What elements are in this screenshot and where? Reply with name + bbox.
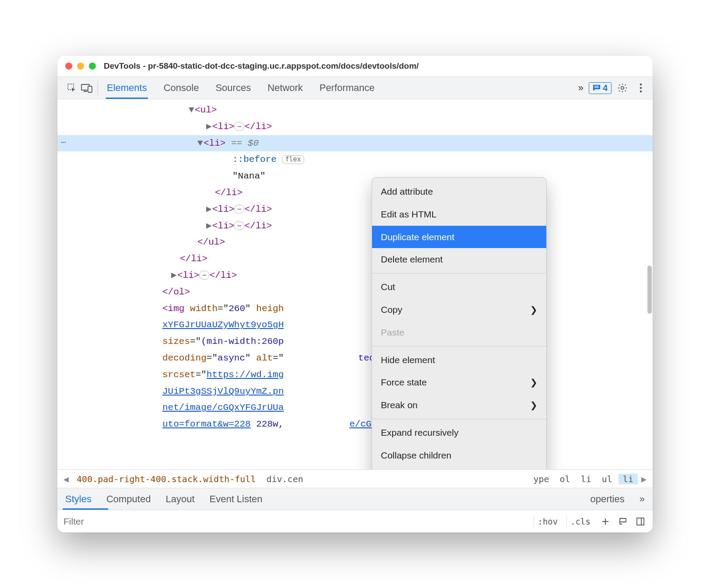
breadcrumb-item[interactable]: ol	[555, 474, 575, 484]
dom-tag: </li>	[180, 254, 207, 264]
filter-input[interactable]	[63, 516, 528, 527]
window-title: DevTools - pr-5840-static-dot-dcc-stagin…	[104, 61, 419, 71]
window-controls	[65, 63, 96, 70]
subtab-computed[interactable]: Computed	[106, 494, 151, 505]
device-toolbar-icon[interactable]	[79, 80, 94, 95]
titlebar[interactable]: DevTools - pr-5840-static-dot-dcc-stagin…	[57, 56, 653, 77]
maximize-window-button[interactable]	[89, 63, 96, 70]
context-menu: Add attribute Edit as HTML Duplicate ele…	[372, 177, 547, 469]
breadcrumb-scroll-right-icon[interactable]: ▶	[640, 474, 648, 484]
breadcrumb-item[interactable]: ul	[598, 474, 617, 484]
ellipsis-badge[interactable]: ⋯	[234, 205, 244, 214]
svg-point-4	[640, 84, 642, 86]
submenu-arrow-icon: ❯	[530, 302, 538, 318]
menu-collapse-children[interactable]: Collapse children	[372, 444, 546, 467]
svg-rect-7	[637, 518, 644, 525]
img-element[interactable]: <img width="260" heigh ix.net/image/cGQ	[57, 301, 653, 317]
dom-tag: </li>	[244, 221, 272, 231]
menu-separator	[372, 346, 546, 346]
pseudo-element[interactable]: ::before	[232, 154, 277, 164]
divider	[98, 81, 98, 95]
breadcrumb-item[interactable]: ype	[529, 474, 553, 484]
breadcrumb-item[interactable]: li	[576, 474, 596, 484]
elements-tree[interactable]: ▼<ul> ▶<li>⋯</li> ⋯ ▼<li> == $0 ::before…	[57, 99, 653, 469]
scrollbar[interactable]	[647, 266, 652, 314]
more-menu-icon[interactable]	[633, 80, 648, 95]
menu-duplicate-element[interactable]: Duplicate element	[372, 226, 546, 248]
menu-force-state[interactable]: Force state❯	[372, 371, 546, 394]
cls-toggle[interactable]: .cls	[566, 516, 594, 527]
subtab-layout[interactable]: Layout	[165, 494, 194, 505]
messages-count: 4	[603, 83, 608, 93]
chat-icon	[593, 84, 601, 91]
menu-edit-as-html[interactable]: Edit as HTML	[372, 203, 546, 226]
theme-brush-icon[interactable]	[617, 517, 629, 526]
tab-console[interactable]: Console	[163, 77, 200, 99]
dom-tag: <ul>	[195, 105, 217, 115]
hov-toggle[interactable]: :hov	[534, 516, 561, 527]
submenu-arrow-icon: ❯	[530, 397, 538, 413]
breadcrumb-item[interactable]: div.cen	[262, 474, 307, 484]
subtab-styles[interactable]: Styles	[65, 494, 91, 505]
dollar-zero: $0	[248, 138, 259, 148]
devtools-window: DevTools - pr-5840-static-dot-dcc-stagin…	[57, 56, 653, 532]
breadcrumb-item[interactable]: 400.pad-right-400.stack.width-full	[72, 474, 260, 484]
menu-cut[interactable]: Cut	[372, 276, 546, 298]
more-tabs-icon[interactable]: »	[576, 82, 585, 94]
svg-point-5	[640, 87, 642, 89]
tab-performance[interactable]: Performance	[319, 77, 376, 99]
breadcrumb-item-current[interactable]: li	[619, 474, 638, 484]
computed-toggle-icon[interactable]	[634, 517, 647, 526]
dom-tag[interactable]: <li>	[177, 270, 199, 280]
flex-badge[interactable]: flex	[282, 155, 304, 164]
menu-add-attribute[interactable]: Add attribute	[372, 180, 546, 203]
menu-delete-element[interactable]: Delete element	[372, 248, 546, 271]
menu-separator	[372, 419, 546, 419]
subtab-properties[interactable]: operties	[590, 494, 624, 505]
dom-tag[interactable]: <li>	[212, 122, 234, 132]
tab-sources[interactable]: Sources	[214, 77, 252, 99]
dom-tag[interactable]: <li>	[212, 221, 234, 231]
dom-tag[interactable]: <li>	[212, 204, 234, 214]
dom-tag: </li>	[215, 188, 243, 198]
dom-tag: <li>	[204, 138, 225, 148]
gutter-icon: ⋯	[61, 135, 67, 151]
panel-tabs: Elements Console Sources Network Perform…	[106, 77, 576, 99]
menu-separator	[372, 273, 546, 273]
dom-tag: </li>	[209, 270, 237, 280]
menu-expand-recursively[interactable]: Expand recursively	[372, 421, 546, 444]
messages-badge[interactable]: 4	[589, 82, 612, 94]
breadcrumb-scroll-left-icon[interactable]: ◀	[62, 474, 70, 484]
ellipsis-badge[interactable]: ⋯	[234, 221, 244, 230]
tab-network[interactable]: Network	[267, 77, 304, 99]
svg-point-6	[640, 91, 642, 93]
subtab-event-listeners[interactable]: Event Listen	[210, 494, 263, 505]
settings-icon[interactable]	[615, 80, 630, 95]
submenu-arrow-icon: ❯	[530, 374, 538, 390]
ellipsis-badge[interactable]: ⋯	[234, 122, 244, 131]
dom-tag: </li>	[244, 122, 272, 132]
dom-tag: </ol>	[162, 287, 190, 297]
svg-rect-2	[88, 86, 92, 92]
dom-tag: </li>	[244, 204, 272, 214]
inspect-element-icon[interactable]	[64, 80, 79, 95]
text-node[interactable]: "Nana"	[232, 171, 266, 181]
dom-tag: </ul>	[197, 237, 225, 247]
menu-hide-element[interactable]: Hide element	[372, 349, 546, 371]
selected-node[interactable]: ⋯ ▼<li> == $0	[57, 135, 653, 152]
more-subtabs-icon[interactable]: »	[640, 494, 645, 505]
styles-subpanel-tabs: Styles Computed Layout Event Listen oper…	[57, 488, 653, 510]
menu-copy[interactable]: Copy❯	[372, 298, 546, 321]
breadcrumb-bar[interactable]: ◀ 400.pad-right-400.stack.width-full div…	[57, 469, 653, 488]
minimize-window-button[interactable]	[77, 63, 84, 70]
ellipsis-badge[interactable]: ⋯	[199, 271, 209, 280]
close-window-button[interactable]	[65, 63, 72, 70]
menu-capture-screenshot[interactable]: Capture node screenshot	[372, 467, 546, 469]
menu-break-on[interactable]: Break on❯	[372, 394, 546, 416]
new-style-rule-icon[interactable]	[599, 517, 612, 526]
tab-elements[interactable]: Elements	[106, 77, 148, 99]
menu-paste: Paste	[372, 321, 546, 344]
styles-filter-bar: :hov .cls	[57, 510, 653, 532]
svg-point-3	[621, 87, 624, 89]
main-toolbar: Elements Console Sources Network Perform…	[57, 77, 653, 99]
